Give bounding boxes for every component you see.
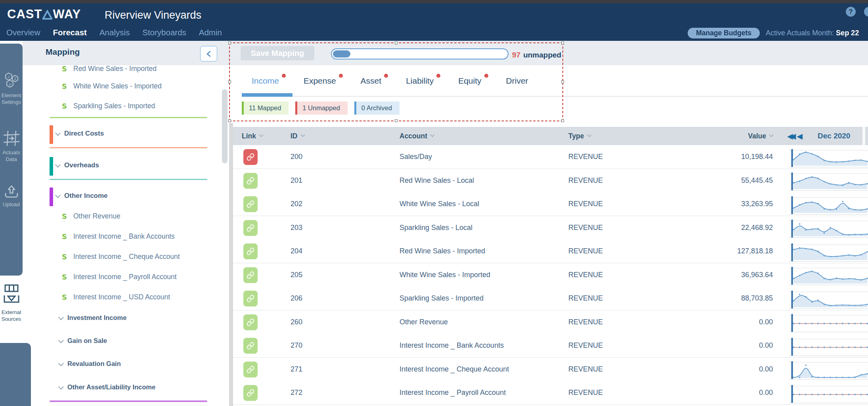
- tree-item-white-wine-sales-imported[interactable]: SWhite Wine Sales - Imported: [62, 82, 162, 90]
- resize-handle-sw[interactable]: [228, 119, 231, 122]
- tree-subgroup-other-asset-liability-income[interactable]: Other Asset/Liability Income: [59, 383, 155, 391]
- tab-expense[interactable]: Expense: [304, 74, 342, 93]
- link-mapped-button[interactable]: [243, 338, 258, 354]
- tab-equity[interactable]: Equity: [458, 74, 488, 93]
- link-mapped-button[interactable]: [243, 173, 258, 189]
- link-mapped-button[interactable]: [243, 243, 258, 259]
- group-color-bar: [50, 125, 53, 144]
- nav-item-overview[interactable]: Overview: [6, 28, 40, 37]
- tree-group-overheads[interactable]: Overheads: [56, 161, 99, 169]
- castaway-logo[interactable]: CAST WAY: [7, 7, 81, 21]
- link-mapped-button[interactable]: [243, 291, 258, 306]
- link-mapped-button[interactable]: [243, 385, 258, 401]
- nav-item-analysis[interactable]: Analysis: [99, 28, 130, 37]
- column-header-type[interactable]: Type: [568, 127, 591, 145]
- tree-group-other-income[interactable]: Other Income: [56, 192, 108, 200]
- link-mapped-button[interactable]: [243, 314, 258, 330]
- sidebar-item-actuals-data[interactable]: Actuals Data: [0, 130, 23, 163]
- table-row[interactable]: 204Red Wine Sales - ImportedREVENUE127,8…: [233, 239, 868, 263]
- rewind-single-icon[interactable]: ◀: [797, 132, 803, 140]
- tree-subgroup-gain-on-sale[interactable]: Gain on Sale: [59, 337, 107, 345]
- column-header-value[interactable]: Value: [646, 127, 773, 145]
- sparkline-chart: [789, 312, 868, 335]
- tree-item-interest-income-usd-account[interactable]: SInterest Income _ USD Account: [62, 293, 170, 301]
- sidebar-item-element-settings[interactable]: √ 2 y Element Settings: [0, 71, 23, 105]
- column-header-account[interactable]: Account: [400, 127, 434, 145]
- mapping-progress-bar: [331, 48, 509, 59]
- series-type-icon: S: [62, 65, 67, 73]
- cell-id: 206: [291, 287, 302, 310]
- link-unmapped-button[interactable]: [243, 149, 258, 165]
- table-row[interactable]: 271Interest Income _ Cheque AccountREVEN…: [233, 358, 868, 381]
- mapping-scrollbar[interactable]: [222, 89, 228, 163]
- upload-icon: [4, 183, 19, 199]
- table-row[interactable]: 202White Wine Sales - LocalREVENUE33,263…: [233, 192, 868, 216]
- cell-id: 201: [291, 169, 302, 192]
- resize-handle-se[interactable]: [561, 119, 564, 122]
- rewind-double-icon[interactable]: ◀◀: [787, 132, 793, 140]
- tab-liability[interactable]: Liability: [406, 74, 440, 93]
- table-row[interactable]: 201Red Wine Sales - LocalREVENUE55,445.4…: [233, 169, 868, 193]
- sidebar-item-label: External Sources: [2, 309, 21, 322]
- tree-item-red-wine-sales-imported[interactable]: SRed Wine Sales - Imported: [62, 65, 157, 73]
- table-row[interactable]: 206Sparkling Sales - ImportedREVENUE88,7…: [233, 287, 868, 310]
- table-row[interactable]: 260Other RevenueREVENUE0.00: [233, 310, 868, 334]
- tree-item-interest-income-bank-accounts[interactable]: SInterest Income _ Bank Accounts: [62, 232, 175, 241]
- table-row[interactable]: 203Sparkling Sales - LocalREVENUE22,468.…: [233, 216, 868, 240]
- column-header-id[interactable]: ID: [291, 127, 304, 145]
- group-color-bar: [50, 188, 53, 206]
- resize-handle-w[interactable]: [228, 80, 231, 83]
- table-scrollbar-track[interactable]: [229, 123, 233, 406]
- tree-group-direct-costs[interactable]: Direct Costs: [56, 130, 104, 138]
- tree-item-label: White Wine Sales - Imported: [73, 82, 162, 90]
- resize-handle-s[interactable]: [395, 119, 398, 122]
- nav-item-forecast[interactable]: Forecast: [53, 28, 86, 37]
- manage-budgets-button[interactable]: Manage Budgets: [688, 28, 760, 38]
- badge-unmapped[interactable]: 1 Unmapped: [295, 102, 347, 115]
- sidebar-item-upload[interactable]: Upload: [0, 183, 23, 208]
- badge-archived[interactable]: 0 Archived: [354, 102, 400, 115]
- nav-item-admin[interactable]: Admin: [199, 28, 222, 37]
- link-mapped-button[interactable]: [243, 267, 258, 283]
- tree-item-other-revenue[interactable]: SOther Revenue: [62, 212, 120, 220]
- cell-id: 203: [291, 216, 302, 239]
- table-row[interactable]: 270Interest Income _ Bank AccountsREVENU…: [233, 334, 868, 358]
- logo-text-pre: CAST: [7, 7, 42, 21]
- column-header-link[interactable]: Link: [242, 127, 263, 145]
- cell-value: 22,468.92: [646, 216, 773, 239]
- link-mapped-button[interactable]: [243, 362, 258, 377]
- user-icon[interactable]: [864, 7, 868, 17]
- tree-subgroup-revaluation-gain[interactable]: Revaluation Gain: [59, 360, 121, 368]
- collapse-panel-button[interactable]: [200, 46, 217, 61]
- link-icon: [247, 342, 254, 350]
- table-row[interactable]: 272Interest Income _ Payroll AccountREVE…: [233, 381, 868, 405]
- series-type-icon: S: [62, 232, 67, 241]
- cell-value: 127,818.18: [646, 239, 773, 263]
- tree-item-sparkling-sales-imported[interactable]: SSparkling Sales - Imported: [62, 102, 155, 110]
- cell-account: Sales/Day: [400, 145, 432, 169]
- period-rewind-controls: ◀◀◀: [787, 127, 803, 145]
- tree-item-interest-income-payroll-account[interactable]: SInterest Income _ Payroll Account: [62, 273, 177, 281]
- table-row[interactable]: 205White Wine Sales - ImportedREVENUE36,…: [233, 263, 868, 287]
- link-mapped-button[interactable]: [243, 196, 258, 212]
- sidebar-item-label: Element Settings: [2, 92, 21, 105]
- save-mapping-button[interactable]: Save Mapping: [241, 46, 314, 60]
- nav-item-storyboards[interactable]: Storyboards: [142, 28, 186, 37]
- table-row[interactable]: 200Sales/DayREVENUE10,198.44: [233, 145, 868, 169]
- tree-item-interest-income-cheque-account[interactable]: SInterest Income _ Cheque Account: [62, 253, 180, 261]
- active-tab-underline: [242, 93, 293, 97]
- help-icon[interactable]: ?: [846, 7, 856, 17]
- cell-account: Interest Income _ Cheque Account: [400, 358, 509, 381]
- tab-driver[interactable]: Driver: [506, 74, 535, 93]
- cell-account: Interest Income _ Payroll Account: [400, 381, 506, 404]
- tree-item-label: Interest Income _ Bank Accounts: [73, 232, 175, 241]
- unmapped-count: 97: [512, 51, 520, 59]
- sidebar-item-external-sources[interactable]: External Sources: [0, 283, 23, 322]
- unmapped-dot-icon: [282, 74, 286, 78]
- badge-mapped[interactable]: 11 Mapped: [242, 102, 289, 115]
- resize-handle-e[interactable]: [561, 80, 564, 83]
- tree-subgroup-investment-income[interactable]: Investment Income: [59, 314, 126, 322]
- link-mapped-button[interactable]: [243, 220, 258, 236]
- tab-asset[interactable]: Asset: [361, 74, 388, 93]
- tab-income[interactable]: Income: [252, 74, 285, 93]
